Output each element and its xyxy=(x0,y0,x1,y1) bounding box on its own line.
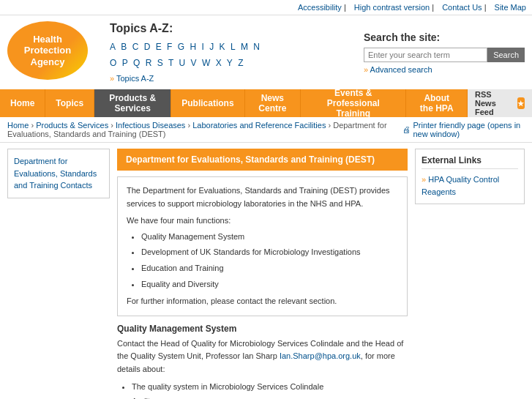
ext-link-label: HPA Quality Control Reagents xyxy=(422,175,499,196)
breadcrumb-labs[interactable]: Laboratories and Reference Facilities xyxy=(192,121,326,130)
qms-title: Quality Management System xyxy=(117,324,408,334)
dest-functions-list: Quality Management System Development of… xyxy=(141,231,398,291)
advanced-search-container: » Advanced search xyxy=(364,65,525,74)
search-area: Search the site: Search » Advanced searc… xyxy=(364,31,525,74)
rss-feed: RSS News Feed ★ xyxy=(468,89,532,117)
breadcrumb-infectious[interactable]: Infectious Diseases xyxy=(116,121,185,130)
qms-email-link[interactable]: Ian.Sharp@hpa.org.uk xyxy=(280,351,361,360)
az-x[interactable]: X xyxy=(216,58,222,68)
sidebar-left: Department for Evaluations, Standards an… xyxy=(7,149,110,399)
search-button[interactable]: Search xyxy=(487,48,525,62)
breadcrumb-sep: › xyxy=(110,121,116,130)
nav-home[interactable]: Home xyxy=(0,89,45,117)
high-contrast-link[interactable]: High contrast version xyxy=(354,3,430,12)
az-letters-row1: A B C D E F G H I J K L M N xyxy=(110,40,349,56)
breadcrumb: Home › Products & Services › Infectious … xyxy=(0,117,532,143)
az-n[interactable]: N xyxy=(253,42,260,52)
az-g[interactable]: G xyxy=(178,42,184,52)
separator: | xyxy=(484,3,489,12)
logo: Health Protection Agency xyxy=(7,21,95,83)
az-p[interactable]: P xyxy=(122,58,128,68)
nav-publications[interactable]: Publications xyxy=(171,89,244,117)
rss-label: RSS News Feed xyxy=(475,90,514,116)
nav-about[interactable]: About the HPA xyxy=(406,89,468,117)
advanced-search-arrow: » xyxy=(364,65,368,74)
az-t[interactable]: T xyxy=(168,58,173,68)
sidebar-box: Department for Evaluations, Standards an… xyxy=(7,149,110,198)
az-l[interactable]: L xyxy=(231,42,236,52)
dest-function-1: Quality Management System xyxy=(141,231,398,244)
search-row: Search xyxy=(364,48,525,62)
sitemap-link[interactable]: Site Map xyxy=(495,3,526,12)
search-input[interactable] xyxy=(364,48,487,62)
center-content: Department for Evaluations, Standards an… xyxy=(117,149,408,399)
az-f[interactable]: F xyxy=(167,42,172,52)
dest-outro: For further information, please contact … xyxy=(127,295,398,308)
az-i[interactable]: I xyxy=(202,42,204,52)
nav-events[interactable]: Events & Professional Training xyxy=(301,89,406,117)
dest-function-2: Development of UK Standards for Microbio… xyxy=(141,246,398,259)
az-w[interactable]: W xyxy=(202,58,210,68)
topics-az-link-container: » Topics A-Z xyxy=(110,74,349,83)
az-c[interactable]: C xyxy=(132,42,139,52)
nav-products[interactable]: Products & Services xyxy=(94,89,171,117)
breadcrumb-products[interactable]: Products & Services xyxy=(36,121,108,130)
az-r[interactable]: R xyxy=(146,58,152,68)
external-links-title: External Links xyxy=(422,155,518,169)
qms-bullet-2: Audit courses xyxy=(132,395,408,399)
az-q[interactable]: Q xyxy=(133,58,140,68)
ext-link-hpa-qcr[interactable]: » HPA Quality Control Reagents xyxy=(422,174,518,198)
external-links-box: External Links » HPA Quality Control Rea… xyxy=(415,149,525,204)
az-j[interactable]: J xyxy=(209,42,214,52)
sidebar-dest-contacts-link[interactable]: Department for Evaluations, Standards an… xyxy=(14,157,97,190)
az-a[interactable]: A xyxy=(110,42,116,52)
az-u[interactable]: U xyxy=(179,58,186,68)
sidebar-right: External Links » HPA Quality Control Rea… xyxy=(415,149,525,399)
nav-topics[interactable]: Topics xyxy=(45,89,94,117)
qms-text: Contact the Head of Quality for Microbio… xyxy=(117,338,408,376)
breadcrumb-home[interactable]: Home xyxy=(7,121,29,130)
header: Health Protection Agency Topics A-Z: A B… xyxy=(0,15,532,89)
advanced-search-link[interactable]: Advanced search xyxy=(370,65,432,74)
utility-links: Accessibility | High contrast version | … xyxy=(292,3,526,12)
dest-functions-intro: We have four main functions: xyxy=(127,215,398,228)
az-d[interactable]: D xyxy=(144,42,151,52)
az-b[interactable]: B xyxy=(121,42,127,52)
az-arrow-icon: » xyxy=(110,74,114,83)
nav-news[interactable]: News Centre xyxy=(245,89,301,117)
logo-text: Health Protection Agency xyxy=(21,31,74,71)
search-heading: Search the site: xyxy=(364,31,525,43)
utility-bar: Accessibility | High contrast version | … xyxy=(0,0,532,15)
accessibility-link[interactable]: Accessibility xyxy=(298,3,342,12)
dest-heading: Department for Evaluations, Standards an… xyxy=(126,154,375,165)
printer-label: Printer friendly page (opens in new wind… xyxy=(413,121,525,138)
rss-icon[interactable]: ★ xyxy=(517,97,525,109)
logo-line2: Protection xyxy=(24,45,71,56)
az-k[interactable]: K xyxy=(220,42,225,52)
dest-function-3: Education and Training xyxy=(141,262,398,275)
contact-link[interactable]: Contact Us xyxy=(442,3,482,12)
topics-az-link[interactable]: Topics A-Z xyxy=(116,74,154,83)
printer-link[interactable]: 🖨 Printer friendly page (opens in new wi… xyxy=(402,121,525,138)
qms-bullet-1: The quality system in Microbiology Servi… xyxy=(132,381,408,394)
az-letters-row2: O P Q R S T U V W X Y Z xyxy=(110,56,349,72)
topics-az-heading: Topics A-Z: xyxy=(110,22,349,35)
az-v[interactable]: V xyxy=(191,58,197,68)
dest-intro: The Department for Evaluations, Standard… xyxy=(127,184,398,210)
qms-bullets: The quality system in Microbiology Servi… xyxy=(132,381,408,399)
logo-line1: Health xyxy=(24,34,71,45)
az-h[interactable]: H xyxy=(190,42,196,52)
az-o[interactable]: O xyxy=(110,58,116,68)
az-y[interactable]: Y xyxy=(227,58,233,68)
az-s[interactable]: S xyxy=(157,58,163,68)
separator: | xyxy=(432,3,436,12)
ext-link-arrow: » xyxy=(422,175,426,184)
az-e[interactable]: E xyxy=(156,42,162,52)
az-m[interactable]: M xyxy=(241,42,248,52)
logo-oval: Health Protection Agency xyxy=(7,21,88,80)
topics-az-section: Topics A-Z: A B C D E F G H I J K L M N … xyxy=(95,22,364,83)
dest-content-box: The Department for Evaluations, Standard… xyxy=(117,176,408,316)
az-z[interactable]: Z xyxy=(238,58,243,68)
main-content: Department for Evaluations, Standards an… xyxy=(0,143,532,399)
breadcrumb-items: Home › Products & Services › Infectious … xyxy=(7,121,402,138)
